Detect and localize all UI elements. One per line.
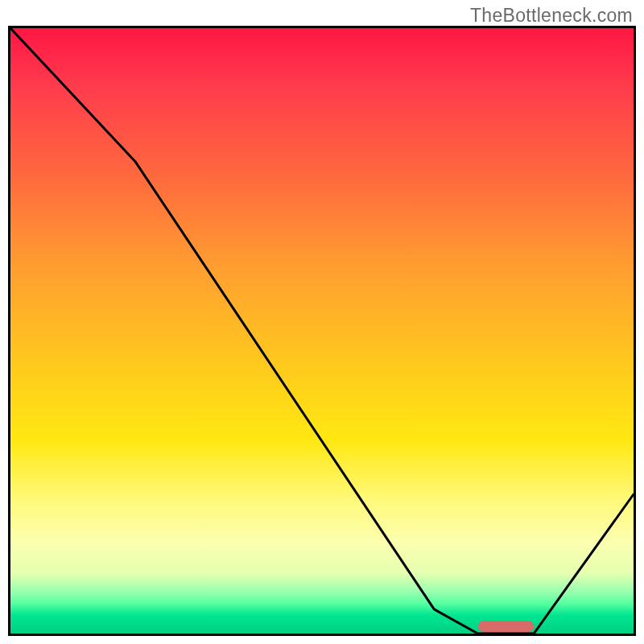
watermark-text: TheBottleneck.com bbox=[470, 5, 633, 27]
bottleneck-curve bbox=[10, 28, 634, 634]
chart-frame bbox=[8, 26, 636, 636]
optimal-range-marker bbox=[478, 621, 535, 632]
